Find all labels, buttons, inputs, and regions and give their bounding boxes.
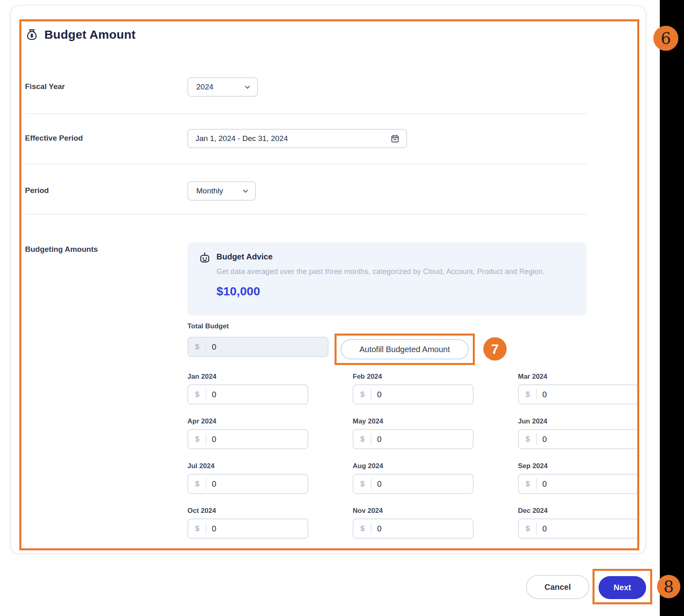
month-inputs-grid: Jan 2024 $ Feb 2024 $ Mar 2024 $ <box>187 373 641 539</box>
chevron-down-icon <box>242 188 249 194</box>
dollar-sign-prefix: $ <box>353 390 371 399</box>
dollar-sign-prefix: $ <box>353 524 371 533</box>
month-amount-input[interactable] <box>372 524 473 533</box>
budget-amount-page: 6 7 8 Budget Amount Fiscal Year 2024 Eff… <box>0 0 684 616</box>
badge-6-number: 6 <box>661 30 671 46</box>
budgeting-amounts-label: Budgeting Amounts <box>25 245 98 254</box>
page-title: Budget Amount <box>44 28 135 41</box>
row-divider <box>25 164 586 164</box>
total-budget-input-group: $ <box>187 337 328 357</box>
month-amount-input[interactable] <box>372 479 473 489</box>
month-label: Mar 2024 <box>518 373 639 381</box>
row-divider <box>25 113 586 114</box>
next-button[interactable]: Next <box>599 576 646 599</box>
period-value: Monthly <box>196 187 223 195</box>
dollar-sign-prefix: $ <box>188 435 206 444</box>
dollar-sign-prefix: $ <box>188 390 206 399</box>
month-field-jul: Jul 2024 $ <box>187 462 308 494</box>
month-amount-input[interactable] <box>537 435 638 444</box>
budget-advice-box: Budget Advice Get data averaged over the… <box>187 243 586 315</box>
effective-period-label: Effective Period <box>25 134 83 143</box>
fiscal-year-select[interactable]: 2024 <box>187 77 258 97</box>
month-field-jun: Jun 2024 $ <box>518 417 639 449</box>
budget-advice-amount: $10,000 <box>216 284 260 298</box>
row-divider <box>25 214 586 215</box>
effective-period-input[interactable]: Jan 1, 2024 - Dec 31, 2024 <box>187 129 407 148</box>
month-label: Sep 2024 <box>518 462 639 470</box>
month-amount-input[interactable] <box>206 524 308 533</box>
month-label: Jan 2024 <box>187 373 308 381</box>
month-amount-input[interactable] <box>372 390 473 399</box>
month-label: Feb 2024 <box>353 373 474 381</box>
month-field-may: May 2024 $ <box>353 417 474 449</box>
month-input-group: $ <box>518 474 639 494</box>
month-label: Jun 2024 <box>518 417 639 425</box>
period-select[interactable]: Monthly <box>187 181 256 201</box>
month-amount-input[interactable] <box>206 435 308 444</box>
month-label: Nov 2024 <box>353 507 474 515</box>
month-amount-input[interactable] <box>372 435 473 444</box>
right-black-strip <box>660 0 684 616</box>
fiscal-year-label: Fiscal Year <box>25 82 65 91</box>
month-field-aug: Aug 2024 $ <box>353 462 474 494</box>
month-label: Dec 2024 <box>518 507 639 515</box>
month-input-group: $ <box>353 519 474 539</box>
month-input-group: $ <box>353 429 474 449</box>
month-field-jan: Jan 2024 $ <box>187 373 308 404</box>
chevron-down-icon <box>244 84 251 90</box>
month-input-group: $ <box>187 384 308 404</box>
month-label: Jul 2024 <box>187 462 308 470</box>
autofill-budgeted-amount-button[interactable]: Autofill Budgeted Amount <box>341 339 469 359</box>
dollar-sign-prefix: $ <box>353 435 371 444</box>
dollar-sign-prefix: $ <box>353 479 371 488</box>
month-input-group: $ <box>353 384 474 404</box>
robot-icon <box>198 251 212 265</box>
month-input-group: $ <box>187 519 308 539</box>
month-label: Aug 2024 <box>353 462 474 470</box>
month-input-group: $ <box>518 429 639 449</box>
month-input-group: $ <box>187 429 308 449</box>
calendar-icon[interactable] <box>390 134 400 143</box>
month-field-apr: Apr 2024 $ <box>187 417 308 449</box>
month-amount-input[interactable] <box>537 390 638 399</box>
period-label: Period <box>25 186 49 195</box>
cancel-button[interactable]: Cancel <box>526 575 589 599</box>
dollar-sign-prefix: $ <box>519 479 536 488</box>
dollar-sign-prefix: $ <box>519 524 536 533</box>
month-label: Apr 2024 <box>187 417 308 425</box>
month-field-oct: Oct 2024 $ <box>187 507 308 539</box>
month-input-group: $ <box>187 474 308 494</box>
month-field-mar: Mar 2024 $ <box>518 373 639 404</box>
badge-8-number: 8 <box>663 579 674 595</box>
fiscal-year-value: 2024 <box>196 83 213 91</box>
month-input-group: $ <box>518 384 639 404</box>
total-budget-input <box>206 342 328 352</box>
annotation-badge-6: 6 <box>653 26 678 51</box>
dollar-sign-prefix: $ <box>519 435 536 444</box>
dollar-sign-prefix: $ <box>519 390 536 399</box>
month-input-group: $ <box>518 519 639 539</box>
annotation-badge-8: 8 <box>657 575 680 598</box>
section-header: Budget Amount <box>25 27 135 43</box>
month-label: Oct 2024 <box>187 507 308 515</box>
budget-advice-description: Get data averaged over the past three mo… <box>216 268 545 276</box>
budget-advice-title: Budget Advice <box>216 252 272 261</box>
month-field-dec: Dec 2024 $ <box>518 507 639 539</box>
month-field-feb: Feb 2024 $ <box>353 373 474 404</box>
total-budget-label: Total Budget <box>187 322 229 330</box>
month-amount-input[interactable] <box>537 524 638 533</box>
effective-period-value: Jan 1, 2024 - Dec 31, 2024 <box>195 134 288 143</box>
month-amount-input[interactable] <box>537 479 638 489</box>
month-amount-input[interactable] <box>206 479 308 489</box>
month-input-group: $ <box>353 474 474 494</box>
month-amount-input[interactable] <box>206 390 308 399</box>
dollar-sign-prefix: $ <box>188 479 206 488</box>
month-label: May 2024 <box>353 417 474 425</box>
annotation-badge-7: 7 <box>483 337 507 361</box>
month-field-sep: Sep 2024 $ <box>518 462 639 494</box>
dollar-sign-prefix: $ <box>188 524 206 533</box>
badge-7-number: 7 <box>491 342 499 356</box>
money-bag-icon <box>25 28 39 41</box>
dollar-sign-prefix: $ <box>188 342 206 351</box>
month-field-nov: Nov 2024 $ <box>353 507 474 539</box>
